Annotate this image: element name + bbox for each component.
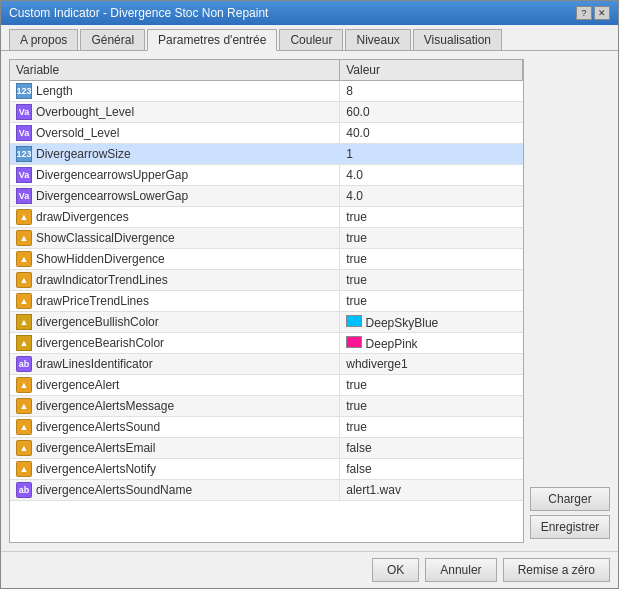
variable-name: divergenceAlert — [36, 378, 119, 392]
ab-icon: ab — [16, 356, 32, 372]
variable-value: true — [340, 249, 523, 270]
int-icon: 123 — [16, 146, 32, 162]
table-row[interactable]: VaOversold_Level40.0 — [10, 123, 523, 144]
bool-icon: ▲ — [16, 440, 32, 456]
title-buttons: ? ✕ — [576, 6, 610, 20]
close-button[interactable]: ✕ — [594, 6, 610, 20]
variable-value: DeepSkyBlue — [340, 312, 523, 333]
side-buttons-panel: Charger Enregistrer — [530, 59, 610, 543]
annuler-button[interactable]: Annuler — [425, 558, 496, 582]
tab-général[interactable]: Général — [80, 29, 145, 50]
variable-name: ShowClassicalDivergence — [36, 231, 175, 245]
bool-icon: ▲ — [16, 272, 32, 288]
variable-value: 4.0 — [340, 186, 523, 207]
int-icon: 123 — [16, 83, 32, 99]
table-row[interactable]: abdrawLinesIdentificatorwhdiverge1 — [10, 354, 523, 375]
bool-icon: ▲ — [16, 461, 32, 477]
variable-name: drawDivergences — [36, 210, 129, 224]
col-valeur-header: Valeur — [340, 60, 523, 81]
val-icon: Va — [16, 188, 32, 204]
main-window: Custom Indicator - Divergence Stoc Non R… — [0, 0, 619, 589]
title-bar: Custom Indicator - Divergence Stoc Non R… — [1, 1, 618, 25]
tab-parametres-d'entrée[interactable]: Parametres d'entrée — [147, 29, 277, 51]
variable-value: true — [340, 228, 523, 249]
variable-name: drawPriceTrendLines — [36, 294, 149, 308]
bool-icon: ▲ — [16, 230, 32, 246]
ab-icon: ab — [16, 482, 32, 498]
val-icon: Va — [16, 167, 32, 183]
tab-visualisation[interactable]: Visualisation — [413, 29, 502, 50]
table-row[interactable]: ▲divergenceAlertsNotifyfalse — [10, 459, 523, 480]
table-row[interactable]: ▲divergenceAlertsMessagetrue — [10, 396, 523, 417]
variable-value: 8 — [340, 81, 523, 102]
variable-value: whdiverge1 — [340, 354, 523, 375]
table-row[interactable]: ▲divergenceBullishColor DeepSkyBlue — [10, 312, 523, 333]
variable-value: true — [340, 417, 523, 438]
tab-couleur[interactable]: Couleur — [279, 29, 343, 50]
color-icon: ▲ — [16, 335, 32, 351]
bool-icon: ▲ — [16, 293, 32, 309]
table-row[interactable]: 123Length8 — [10, 81, 523, 102]
variable-name: DivergencearrowsUpperGap — [36, 168, 188, 182]
tab-niveaux[interactable]: Niveaux — [345, 29, 410, 50]
bool-icon: ▲ — [16, 419, 32, 435]
table-row[interactable]: ▲divergenceAlerttrue — [10, 375, 523, 396]
enregistrer-button[interactable]: Enregistrer — [530, 515, 610, 539]
variable-name: Length — [36, 84, 73, 98]
color-swatch — [346, 315, 362, 327]
variable-name: divergenceAlertsNotify — [36, 462, 156, 476]
table-row[interactable]: ▲drawIndicatorTrendLinestrue — [10, 270, 523, 291]
table-row[interactable]: VaDivergencearrowsUpperGap4.0 — [10, 165, 523, 186]
variable-name: divergenceAlertsEmail — [36, 441, 155, 455]
variable-name: Oversold_Level — [36, 126, 119, 140]
val-icon: Va — [16, 104, 32, 120]
variable-name: Overbought_Level — [36, 105, 134, 119]
variable-name: divergenceBullishColor — [36, 315, 159, 329]
table-row[interactable]: VaOverbought_Level60.0 — [10, 102, 523, 123]
table-row[interactable]: ▲divergenceBearishColor DeepPink — [10, 333, 523, 354]
table-row[interactable]: ▲drawPriceTrendLinestrue — [10, 291, 523, 312]
tabs-bar: A proposGénéralParametres d'entréeCouleu… — [1, 25, 618, 51]
variable-value: true — [340, 396, 523, 417]
variable-value: true — [340, 207, 523, 228]
bool-icon: ▲ — [16, 209, 32, 225]
col-variable-header: Variable — [10, 60, 340, 81]
table-row[interactable]: ▲ShowHiddenDivergencetrue — [10, 249, 523, 270]
color-icon: ▲ — [16, 314, 32, 330]
table-row[interactable]: ▲drawDivergencestrue — [10, 207, 523, 228]
tab-a-propos[interactable]: A propos — [9, 29, 78, 50]
variable-value: 1 — [340, 144, 523, 165]
variable-value: false — [340, 459, 523, 480]
variable-name: DivergencearrowsLowerGap — [36, 189, 188, 203]
variable-value: true — [340, 375, 523, 396]
table-row[interactable]: 123DivergearrowSize1 — [10, 144, 523, 165]
remise-button[interactable]: Remise a zéro — [503, 558, 610, 582]
table-row[interactable]: ▲divergenceAlertsEmailfalse — [10, 438, 523, 459]
parameters-table-container: Variable Valeur 123Length8VaOverbought_L… — [9, 59, 524, 543]
table-row[interactable]: abdivergenceAlertsSoundNamealert1.wav — [10, 480, 523, 501]
variable-name: divergenceBearishColor — [36, 336, 164, 350]
val-icon: Va — [16, 125, 32, 141]
charger-button[interactable]: Charger — [530, 487, 610, 511]
content-area: Variable Valeur 123Length8VaOverbought_L… — [1, 51, 618, 551]
help-button[interactable]: ? — [576, 6, 592, 20]
variable-value: 40.0 — [340, 123, 523, 144]
color-swatch — [346, 336, 362, 348]
variable-name: divergenceAlertsSoundName — [36, 483, 192, 497]
table-row[interactable]: ▲ShowClassicalDivergencetrue — [10, 228, 523, 249]
bool-icon: ▲ — [16, 377, 32, 393]
bool-icon: ▲ — [16, 398, 32, 414]
parameters-table: Variable Valeur 123Length8VaOverbought_L… — [10, 60, 523, 501]
variable-value: true — [340, 291, 523, 312]
variable-name: divergenceAlertsMessage — [36, 399, 174, 413]
bool-icon: ▲ — [16, 251, 32, 267]
ok-button[interactable]: OK — [372, 558, 419, 582]
variable-name: DivergearrowSize — [36, 147, 131, 161]
variable-name: drawIndicatorTrendLines — [36, 273, 168, 287]
variable-value: alert1.wav — [340, 480, 523, 501]
variable-value: DeepPink — [340, 333, 523, 354]
table-row[interactable]: VaDivergencearrowsLowerGap4.0 — [10, 186, 523, 207]
bottom-bar: OK Annuler Remise a zéro — [1, 551, 618, 588]
table-row[interactable]: ▲divergenceAlertsSoundtrue — [10, 417, 523, 438]
variable-name: divergenceAlertsSound — [36, 420, 160, 434]
